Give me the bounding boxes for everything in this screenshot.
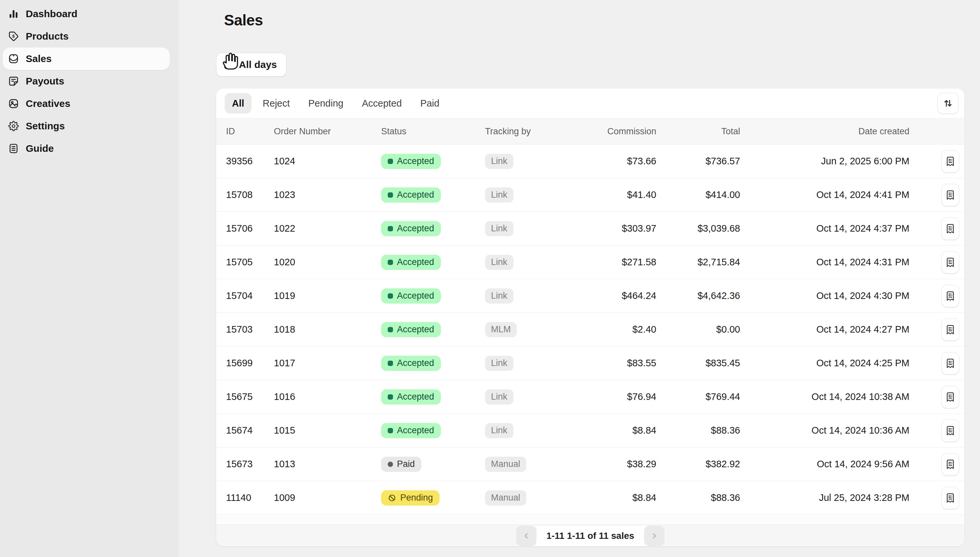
sidebar-item-label: Guide [26, 143, 54, 154]
status-dot-icon [388, 394, 393, 400]
cell-tracking-by: Manual [485, 457, 556, 472]
tracking-badge: Manual [485, 490, 526, 505]
cell-order-number: 1024 [274, 156, 381, 167]
receipt-button[interactable] [941, 285, 959, 307]
receipt-button[interactable] [941, 251, 959, 274]
table-row[interactable]: 15708 1023 Accepted Link $41.40 $414.00 … [216, 178, 964, 212]
cell-total: $0.00 [656, 324, 740, 335]
svg-text:$: $ [12, 34, 15, 39]
status-dot-icon [388, 327, 393, 332]
status-dot-icon [388, 428, 393, 433]
cell-id: 15675 [216, 391, 274, 402]
sidebar-item-products[interactable]: $ Products [3, 25, 170, 47]
sidebar-item-guide[interactable]: Guide [3, 137, 170, 160]
status-dot-icon [388, 462, 393, 467]
cell-order-number: 1009 [274, 492, 381, 503]
cell-status: Paid [381, 457, 485, 472]
cell-tracking-by: Link [485, 154, 556, 169]
receipt-button[interactable] [941, 217, 959, 240]
status-dot-icon [388, 192, 393, 198]
cell-commission: $2.40 [556, 324, 656, 335]
cell-commission: $303.97 [556, 223, 656, 234]
receipt-button[interactable] [941, 150, 959, 173]
table-row[interactable]: 15673 1013 Paid Manual $38.29 $382.92 Oc… [216, 448, 964, 481]
table-row[interactable]: 15699 1017 Accepted Link $83.55 $835.45 … [216, 347, 964, 380]
pagination-next-button[interactable] [644, 526, 664, 546]
status-dot-icon [388, 226, 393, 231]
receipt-button[interactable] [941, 318, 959, 341]
cell-status: Accepted [381, 423, 485, 438]
sidebar-item-settings[interactable]: Settings [3, 115, 170, 137]
cell-status: Accepted [381, 389, 485, 404]
table-row[interactable]: 15674 1015 Accepted Link $8.84 $88.36 Oc… [216, 414, 964, 448]
status-label: Accepted [397, 291, 434, 301]
sidebar-item-creatives[interactable]: Creatives [3, 93, 170, 115]
status-badge: Paid [381, 457, 422, 472]
pagination-prev-button[interactable] [516, 526, 537, 546]
cell-status: Accepted [381, 221, 485, 236]
status-badge: Accepted [381, 288, 441, 304]
sidebar-item-sales[interactable]: Sales [3, 47, 170, 70]
receipt-button[interactable] [941, 184, 959, 206]
cell-commission: $41.40 [556, 189, 656, 200]
cell-total: $769.44 [656, 391, 740, 402]
date-filter-label: All days [239, 59, 277, 70]
receipt-button[interactable] [941, 386, 959, 408]
cell-order-number: 1019 [274, 290, 381, 301]
receipt-icon [945, 358, 956, 368]
sales-card: AllRejectPendingAcceptedPaid IDOrder Num… [216, 88, 964, 546]
receipt-button[interactable] [941, 487, 959, 509]
sidebar-item-payouts[interactable]: Payouts [3, 70, 170, 93]
cell-id: 11140 [216, 492, 274, 503]
table-row[interactable]: 15675 1016 Accepted Link $76.94 $769.44 … [216, 380, 964, 414]
gear-icon [8, 121, 19, 132]
status-label: Accepted [397, 324, 434, 335]
cell-order-number: 1016 [274, 391, 381, 402]
cell-date-created: Oct 14, 2024 10:36 AM [740, 425, 909, 436]
tab-paid[interactable]: Paid [413, 93, 447, 114]
cell-order-number: 1017 [274, 358, 381, 368]
sidebar-item-label: Products [26, 31, 68, 42]
cell-tracking-by: Link [485, 423, 556, 438]
table-row[interactable]: 15704 1019 Accepted Link $464.24 $4,642.… [216, 279, 964, 313]
receipt-button[interactable] [941, 352, 959, 375]
table-row[interactable]: 15706 1022 Accepted Link $303.97 $3,039.… [216, 212, 964, 246]
receipt-button[interactable] [941, 453, 959, 476]
tabs-list: AllRejectPendingAcceptedPaid [225, 93, 451, 114]
sort-button[interactable] [938, 93, 959, 114]
cell-total: $88.36 [656, 425, 740, 436]
receipt-icon [945, 493, 956, 503]
date-filter-button[interactable]: All days [216, 53, 287, 77]
table-row[interactable]: 15705 1020 Accepted Link $271.58 $2,715.… [216, 246, 964, 279]
cell-commission: $38.29 [556, 459, 656, 469]
tab-reject[interactable]: Reject [256, 93, 297, 114]
cell-tracking-by: MLM [485, 322, 556, 337]
cell-commission: $73.66 [556, 156, 656, 167]
cell-status: Accepted [381, 154, 485, 169]
tab-accepted[interactable]: Accepted [355, 93, 409, 114]
tab-all[interactable]: All [225, 93, 251, 114]
cell-id: 15699 [216, 358, 274, 368]
tracking-badge: Manual [485, 457, 526, 472]
table-row[interactable]: 39356 1024 Accepted Link $73.66 $736.57 … [216, 145, 964, 178]
receipt-button[interactable] [941, 419, 959, 442]
cell-date-created: Oct 14, 2024 4:25 PM [740, 358, 909, 368]
cell-commission: $464.24 [556, 290, 656, 301]
cell-id: 15704 [216, 290, 274, 301]
cell-id: 15706 [216, 223, 274, 234]
sidebar-item-dashboard[interactable]: Dashboard [3, 3, 170, 25]
status-badge: Accepted [381, 389, 441, 404]
tab-pending[interactable]: Pending [301, 93, 350, 114]
cell-date-created: Jul 25, 2024 3:28 PM [740, 492, 909, 503]
status-label: Accepted [397, 190, 434, 200]
cell-status: Accepted [381, 322, 485, 337]
pagination-label: 1-11 1-11 of 11 sales [537, 531, 644, 541]
pager: 1-11 1-11 of 11 sales [516, 526, 664, 546]
cell-id: 15705 [216, 257, 274, 268]
column-header-date-created: Date created [740, 126, 909, 137]
table-row[interactable]: 11140 1009 Pending Manual $8.84 $88.36 J… [216, 481, 964, 515]
note-icon [8, 76, 19, 87]
cell-order-number: 1018 [274, 324, 381, 335]
table-row[interactable]: 15703 1018 Accepted MLM $2.40 $0.00 Oct … [216, 313, 964, 347]
app-root: { "page": { "title": "Sales" }, "sidebar… [0, 0, 980, 557]
